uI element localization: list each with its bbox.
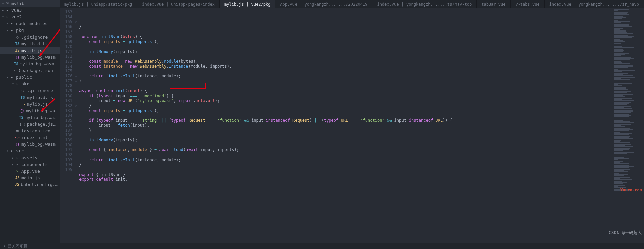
tree-item-assets[interactable]: ▸▸assets xyxy=(0,154,60,161)
code-line[interactable]: if (typeof input === 'undefined') { xyxy=(74,94,614,99)
tree-item-mylib-d-ts[interactable]: TSmylib.d.ts xyxy=(0,94,60,101)
code-line[interactable]: export default init; xyxy=(74,177,614,182)
tree-item-label: mylib_bg.wasm.d.ts xyxy=(25,115,58,120)
tree-item-mylib-d-ts[interactable]: TSmylib.d.ts xyxy=(0,40,60,47)
tree-item-app-vue[interactable]: VApp.vue xyxy=(0,168,60,174)
tree-item-vue2[interactable]: ▾▸vue2 xyxy=(0,13,60,20)
code-line[interactable] xyxy=(74,69,614,74)
code-line[interactable]: input = new URL('mylib_bg.wasm', import.… xyxy=(74,98,614,103)
code-line[interactable]: initMemory(imports); xyxy=(74,138,614,143)
editor-tab[interactable]: index.vue | yongkangzh.......ts/nav-top xyxy=(372,0,477,8)
code-editor[interactable]: }function initSync(bytes) { const import… xyxy=(74,8,614,243)
code-line[interactable] xyxy=(74,133,614,138)
code-line[interactable]: } xyxy=(74,162,614,167)
code-line[interactable] xyxy=(74,167,614,172)
git-icon: ◌ xyxy=(20,88,25,93)
editor-tab[interactable]: tabBar.vue xyxy=(477,0,511,8)
editor-tab[interactable]: v-tabs.vue xyxy=(511,0,544,8)
folder-icon: ▸ xyxy=(15,82,20,86)
code-line[interactable]: const module = new WebAssembly.Module(by… xyxy=(74,59,614,64)
tree-item-mylib-bg-wasm[interactable]: {}mylib_bg.wasm xyxy=(0,141,60,147)
js-icon: JS xyxy=(14,182,19,187)
code-line[interactable] xyxy=(74,54,614,59)
folder-icon: ▸ xyxy=(15,155,20,160)
editor-tab[interactable]: mylib.js | uniapp/static/pkg xyxy=(60,0,137,8)
editor-tab[interactable]: App.vue | yongkangzh.......720220419 xyxy=(275,0,372,8)
editor-tab[interactable]: mylib.js | vue2/pkg xyxy=(220,0,275,8)
code-line[interactable]: input = fetch(input); xyxy=(74,123,614,128)
code-line[interactable]: initMemory(imports); xyxy=(74,49,614,54)
tree-item-favicon-ico[interactable]: ▦favicon.ico xyxy=(0,127,60,134)
tree-item-mylib-bg-wasm-d-ts[interactable]: TSmylib_bg.wasm.d.ts xyxy=(0,114,60,121)
tree-item-mylib-bg-wasm[interactable]: {}mylib_bg.wasm xyxy=(0,107,60,114)
minimap[interactable] xyxy=(614,8,644,243)
tree-item--gitignore[interactable]: ◌.gitignore xyxy=(0,34,60,40)
ts-icon: TS xyxy=(14,62,18,66)
code-line[interactable]: } xyxy=(74,103,614,108)
file-explorer[interactable]: ▾👁mylib▸▸vue3▾▸vue2▸▸node_modules▾▸pkg◌.… xyxy=(0,0,60,243)
tree-item-label: mylib_bg.wasm xyxy=(21,142,56,147)
tree-item-mylib[interactable]: ▾👁mylib xyxy=(0,0,60,7)
tab-label: index.vue | yongkangzh......./zr_navb xyxy=(549,2,639,7)
tree-item-pkg[interactable]: ▾▸pkg xyxy=(0,80,60,87)
code-line[interactable]: export { initSync } xyxy=(74,172,614,177)
tree-item-vue3[interactable]: ▸▸vue3 xyxy=(0,7,60,13)
code-line[interactable] xyxy=(74,143,614,148)
tree-item-label: assets xyxy=(21,155,37,160)
code-line[interactable]: const instance = new WebAssembly.Instanc… xyxy=(74,64,614,69)
tree-item-pkg[interactable]: ▾▸pkg xyxy=(0,27,60,34)
tree-item-mylib-bg-wasm[interactable]: {}mylib_bg.wasm xyxy=(0,54,60,60)
tree-item-babel-config-js[interactable]: JSbabel.config.js xyxy=(0,181,60,188)
code-line[interactable]: function initSync(bytes) { xyxy=(74,34,614,39)
code-line[interactable] xyxy=(74,44,614,49)
code-line[interactable] xyxy=(74,182,614,187)
code-line[interactable] xyxy=(74,29,614,35)
tree-item-label: mylib_bg.wasm.d.ts xyxy=(20,61,58,66)
tree-item-mylib-js[interactable]: JSmylib.js xyxy=(0,101,60,107)
chevron-icon: ▸ xyxy=(6,22,9,25)
tree-item-public[interactable]: ▾▸public xyxy=(0,74,60,80)
js-icon: JS xyxy=(15,176,20,180)
editor-tab[interactable]: index.vue | yongkangzh......./zr_navb xyxy=(545,0,644,8)
code-line[interactable]: async function init(input) { xyxy=(74,88,614,94)
chevron-icon: ▾ xyxy=(1,2,5,5)
code-line[interactable]: if (typeof input === 'string' || (typeof… xyxy=(74,118,614,123)
closed-projects-label[interactable]: 已关闭项目 xyxy=(8,243,28,249)
chevron-icon: ▾ xyxy=(1,15,5,19)
code-line[interactable] xyxy=(74,113,614,118)
tree-item-package-json[interactable]: { }package.json xyxy=(0,121,60,127)
chevron-icon: ▸ xyxy=(11,163,15,166)
code-line[interactable]: } xyxy=(74,79,614,84)
folder-icon: ▸ xyxy=(5,8,10,12)
tab-label: v-tabs.vue xyxy=(515,2,539,7)
tree-item-package-json[interactable]: { }package.json xyxy=(0,67,60,74)
chevron-icon: ▸ xyxy=(1,8,5,12)
tree-item-mylib-bg-wasm-d-ts[interactable]: TSmylib_bg.wasm.d.ts xyxy=(0,60,60,67)
code-line[interactable]: return finalizeInit(instance, module); xyxy=(74,158,614,163)
tree-item-label: babel.config.js xyxy=(21,182,58,187)
editor-tabbar[interactable]: mylib.js | uniapp/static/pkgindex.vue | … xyxy=(60,0,644,8)
tree-item-src[interactable]: ▾▸src xyxy=(0,147,60,154)
code-line[interactable] xyxy=(74,152,614,158)
folder-icon: ▸ xyxy=(9,75,15,79)
tree-item-label: public xyxy=(16,75,32,80)
code-line[interactable]: const imports = getImports(); xyxy=(74,108,614,113)
json-icon: { } xyxy=(20,122,25,126)
folder-icon: ▸ xyxy=(9,21,15,26)
code-line[interactable]: } xyxy=(74,24,614,29)
tree-item-node-modules[interactable]: ▸▸node_modules xyxy=(0,20,60,27)
tree-item-main-js[interactable]: JSmain.js xyxy=(0,174,60,181)
eye-icon: 👁 xyxy=(5,1,10,6)
editor-tab[interactable]: index.vue | uniapp/pages/index xyxy=(137,0,220,8)
tree-item--gitignore[interactable]: ◌.gitignore xyxy=(0,87,60,94)
tree-item-index-html[interactable]: <>index.html xyxy=(0,134,60,141)
code-line[interactable] xyxy=(74,83,614,88)
js-icon: JS xyxy=(20,102,25,106)
code-line[interactable]: return finalizeInit(instance, module); xyxy=(74,74,614,79)
code-line[interactable]: } xyxy=(74,128,614,133)
tree-item-components[interactable]: ▸▸components xyxy=(0,161,60,168)
tree-item-mylib-js[interactable]: JSmylib.js xyxy=(0,47,60,54)
code-line[interactable]: const { instance, module } = await load(… xyxy=(74,147,614,152)
chevron-icon: ▾ xyxy=(6,75,9,79)
code-line[interactable]: const imports = getImports(); xyxy=(74,39,614,44)
